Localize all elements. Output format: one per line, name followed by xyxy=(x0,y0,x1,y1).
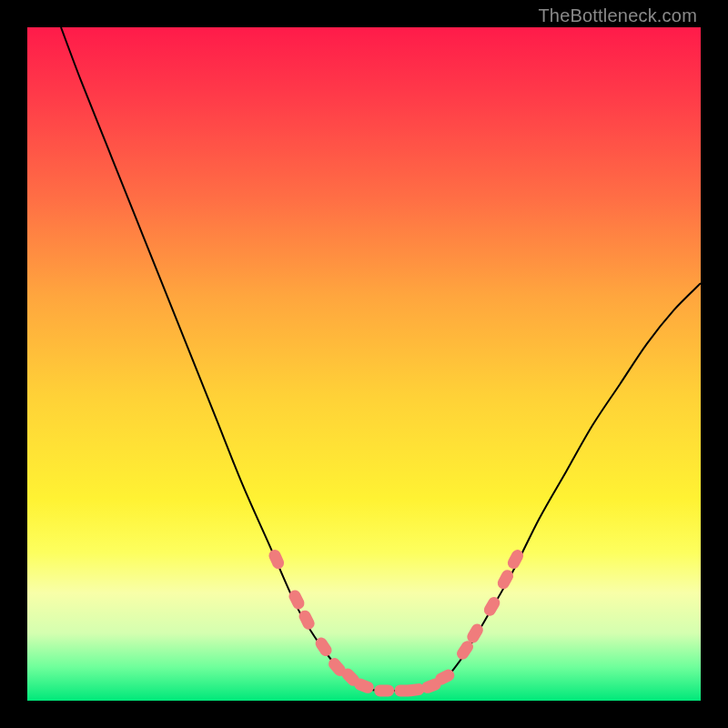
highlight-markers xyxy=(267,548,525,697)
watermark-text: TheBottleneck.com xyxy=(538,5,697,26)
marker-pill xyxy=(267,548,286,571)
bottleneck-curve xyxy=(61,27,701,691)
chart-svg xyxy=(27,27,701,701)
chart-frame: TheBottleneck.com xyxy=(0,0,728,728)
marker-pill xyxy=(481,595,501,619)
marker-pill xyxy=(374,684,394,696)
